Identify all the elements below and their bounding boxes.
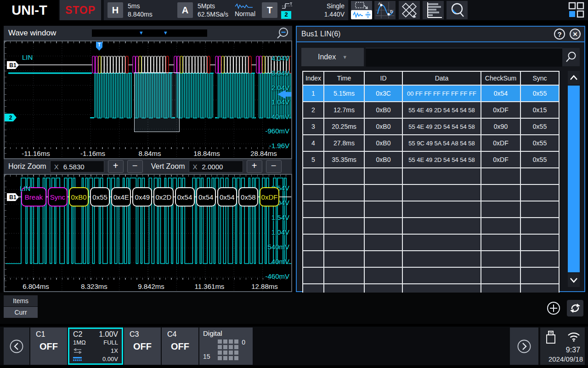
horiz-zoom-plus-button[interactable]: + xyxy=(108,160,124,173)
channel-c3-button[interactable]: C3 OFF xyxy=(124,328,161,365)
horiz-zoom-minus-button[interactable]: − xyxy=(127,160,143,173)
trigger-edge-icon xyxy=(281,2,293,10)
zoom-region-marker-right-icon[interactable]: ▼ xyxy=(163,30,168,35)
table-row-empty[interactable] xyxy=(303,267,559,284)
acquire-settings-button[interactable]: A 5Mpts 62.5MSa/s Normal xyxy=(174,0,259,20)
decode-frame-3[interactable]: 0x55 xyxy=(90,187,110,207)
decode-frame-9[interactable]: 0x54 xyxy=(217,187,237,207)
decode-frame-10[interactable]: 0x58 xyxy=(238,187,258,207)
upper-tlabel-3: 18.84ms xyxy=(189,150,224,157)
cell xyxy=(303,201,324,218)
zoom-region-marker-left-icon[interactable]: ▼ xyxy=(139,30,144,35)
items-value[interactable]: Curr xyxy=(4,307,38,318)
search-input[interactable] xyxy=(366,48,562,67)
histogram-button[interactable] xyxy=(423,1,444,19)
channel-bar: C1 OFF C21.00V 1MΩFULL 1X 0.00V C3 OFF C… xyxy=(0,327,588,365)
horiz-zoom-value-box[interactable]: X 6.5830 xyxy=(50,161,104,172)
cursor-measure-button[interactable]: A B xyxy=(374,1,396,19)
lower-vlabel-3: 1.04V xyxy=(271,228,289,236)
digital-square xyxy=(223,356,227,360)
lower-vlabel-4: 540mV xyxy=(267,243,289,251)
zoom-out-icon[interactable] xyxy=(276,27,289,40)
help-button[interactable]: ? xyxy=(554,29,565,40)
select-move-tool-button[interactable] xyxy=(351,1,372,19)
decode-frame-6[interactable]: 0x2D xyxy=(153,187,173,207)
add-button[interactable] xyxy=(546,301,561,316)
cell xyxy=(402,168,481,184)
cell xyxy=(520,184,559,201)
scroll-up-button[interactable] xyxy=(568,71,580,85)
measure-button[interactable] xyxy=(399,1,420,19)
table-row-5[interactable]: 535.35ms0xB055 4E 49 2D 54 54 54 580xDF0… xyxy=(303,151,559,168)
channel-c4-button[interactable]: C4 OFF xyxy=(162,328,198,365)
decode-frame-4[interactable]: 0x4E xyxy=(111,187,131,207)
trigger-marker-pointer xyxy=(96,47,102,51)
waveform-move-icon xyxy=(351,10,372,19)
filter-dropdown[interactable]: Index ▼ xyxy=(301,48,364,66)
close-button[interactable]: ✕ xyxy=(570,29,581,40)
cell: 0xDF xyxy=(481,102,520,118)
decode-frame-5[interactable]: 0x49 xyxy=(132,187,152,207)
zoom-region-bar[interactable]: ▼ ▼ xyxy=(92,29,207,37)
cell: 35.35ms xyxy=(324,151,364,168)
upper-vlabel-5: -960mV xyxy=(265,127,289,135)
cell xyxy=(303,267,324,284)
cell xyxy=(303,168,324,184)
zoom-selection-rect[interactable] xyxy=(134,72,180,132)
table-row-3[interactable]: 320.25ms0xB055 4E 49 2D 54 54 54 580x900… xyxy=(303,118,559,135)
col-header-id: ID xyxy=(364,71,402,85)
scroll-down-button[interactable] xyxy=(568,273,580,287)
cell: 0x90 xyxy=(481,118,520,135)
c2-probe: 1X xyxy=(111,347,118,354)
search-tool-button[interactable] xyxy=(447,1,468,19)
zoom-waveform-graph[interactable]: B1 LIN BreakSync0xB00x550x4E0x490x2D0x54… xyxy=(4,174,292,292)
vert-zoom-minus-button[interactable]: − xyxy=(266,160,282,173)
table-row-empty[interactable] xyxy=(303,184,559,201)
table-row-empty[interactable] xyxy=(303,201,559,218)
trigger-settings-button[interactable]: T 2 Single 1.440V xyxy=(258,0,348,20)
channel-c2-button[interactable]: C21.00V 1MΩFULL 1X 0.00V xyxy=(68,328,123,365)
channel-c1-button[interactable]: C1 OFF xyxy=(30,328,67,365)
cell: 3 xyxy=(303,118,324,135)
digital-square xyxy=(234,339,238,344)
lower-tlabel-2: 9.842ms xyxy=(134,282,169,290)
top-ticks xyxy=(5,175,291,177)
digital-square xyxy=(229,345,233,349)
trigger-marker-label: T xyxy=(96,42,102,47)
upper-tlabel-1: -1.16ms xyxy=(75,150,110,157)
channel-bar-right-button[interactable] xyxy=(510,328,538,365)
sub-bar: Items Curr xyxy=(0,293,588,324)
scrollbar-thumb[interactable] xyxy=(568,86,580,272)
lin-frames-table: IndexTimeIDDataCheckSumSync 15.15ms0x3C0… xyxy=(302,71,560,301)
upper-vlabel-4: 40mV xyxy=(271,113,289,121)
table-row-1[interactable]: 15.15ms0x3C00 FF FF FF FF FF FF FF0x540x… xyxy=(303,85,559,102)
table-row-empty[interactable] xyxy=(303,218,559,234)
decode-frame-1[interactable]: Sync xyxy=(48,187,68,207)
table-row-empty[interactable] xyxy=(303,251,559,267)
channel-bar-left-button[interactable] xyxy=(4,328,29,365)
horizontal-settings-button[interactable]: H 5ms 8.840ms xyxy=(104,0,175,20)
decode-frame-2[interactable]: 0xB0 xyxy=(69,187,89,207)
a-letter: A xyxy=(177,2,193,18)
table-row-empty[interactable] xyxy=(303,234,559,251)
main-waveform-graph[interactable]: B1 LIN 2 T 4.04V3.04V2.04V1.04V40mV-960m… xyxy=(4,40,292,159)
table-row-empty[interactable] xyxy=(303,168,559,184)
digital-channels-button[interactable]: Digital 0 15 xyxy=(199,328,253,365)
decode-frame-8[interactable]: 0x54 xyxy=(196,187,216,207)
vert-zoom-plus-button[interactable]: + xyxy=(247,160,262,173)
run-stop-button[interactable]: STOP xyxy=(60,0,101,20)
window-layout-button[interactable] xyxy=(568,1,585,19)
decode-frame-7[interactable]: 0x54 xyxy=(175,187,195,207)
trigger-position-marker[interactable]: T xyxy=(96,42,102,51)
decode-frame-11[interactable]: 0xDF xyxy=(260,187,279,207)
upper-vlabel-3: 1.04V xyxy=(271,98,289,106)
table-row-4[interactable]: 427.8ms0xB055 9C 49 5A 54 A8 54 580xDF0x… xyxy=(303,135,559,151)
vert-zoom-value-box[interactable]: X 2.0000 xyxy=(189,161,243,172)
cell: 0x3C xyxy=(364,85,402,102)
digital-square xyxy=(234,345,238,349)
items-selector[interactable]: Items Curr xyxy=(4,295,38,318)
selection-rect-icon xyxy=(351,1,372,10)
table-row-2[interactable]: 212.7ms0xB055 4E 49 2D 54 54 54 580xDF0x… xyxy=(303,102,559,118)
refresh-button[interactable] xyxy=(567,300,583,316)
search-button[interactable] xyxy=(562,48,580,66)
